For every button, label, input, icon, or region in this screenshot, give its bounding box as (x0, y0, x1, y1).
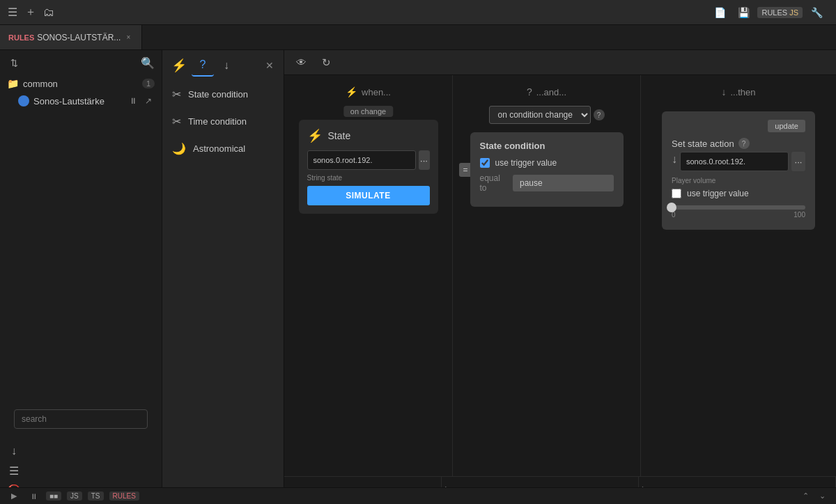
tab-label: SONOS-LAUTSTÄR... (37, 33, 121, 42)
folder-count: 1 (142, 79, 155, 88)
chevron-up-icon[interactable]: ⌃ (798, 489, 812, 503)
eye-icon[interactable]: 👁 (291, 53, 311, 72)
canvas-content: ⚡ when... on change ⚡ State (284, 75, 836, 476)
time-condition-icon: ✂ (172, 115, 181, 128)
tab-rules-icon: RULES (8, 33, 34, 42)
slider-max: 100 (794, 211, 805, 219)
status-pause-icon[interactable]: ⏸ (26, 489, 40, 503)
slider-thumb[interactable] (667, 203, 676, 212)
when-label: when... (362, 87, 391, 97)
save-icon[interactable]: 💾 (734, 3, 753, 22)
canvas: 👁 ↻ ⚡ when... on change ⚡ (284, 50, 836, 504)
state-card-title: ⚡ State (307, 128, 430, 143)
action-dots-button[interactable]: ··· (791, 152, 805, 171)
rules-label: RULES (761, 8, 787, 17)
tab-close-icon[interactable]: × (123, 33, 133, 42)
use-trigger-checkbox[interactable] (480, 158, 490, 168)
state-dots-button[interactable]: ··· (419, 150, 430, 170)
right-toolbar: 📄 💾 RULES JS 🔧 (710, 3, 830, 22)
update-button[interactable]: update (768, 120, 805, 132)
tab-bar: RULES SONOS-LAUTSTÄR... × (0, 25, 836, 50)
action-trigger-checkbox[interactable] (672, 189, 681, 198)
then-label: ...then (730, 87, 755, 97)
equal-to-row: equal to (480, 173, 614, 193)
sidebar-item-label: Sonos-Lautstärke (33, 96, 104, 107)
and-icon: ? (527, 86, 532, 97)
menu-icon[interactable]: ☰ (6, 6, 20, 19)
rules-tab[interactable]: RULES SONOS-LAUTSTÄR... × (0, 25, 142, 49)
sidebar-folder-common[interactable]: 📁 common 1 (0, 75, 162, 92)
and-header: ? ...and... (527, 86, 566, 97)
picker-tabs: ⚡ ? ↓ ✕ (162, 50, 284, 81)
action-card-header: update (672, 120, 805, 132)
picker-close-button[interactable]: ✕ (261, 57, 278, 74)
download-bottom-icon[interactable]: ↓ (7, 444, 21, 458)
sidebar-item-sonos[interactable]: Sonos-Lautstärke ⏸ ↗ (0, 92, 162, 110)
picker-item-state-condition[interactable]: ✂ State condition (162, 81, 284, 108)
condition-picker-panel: ⚡ ? ↓ ✕ ✂ State condition ✂ Time conditi… (162, 50, 284, 504)
wrench-icon[interactable]: 🔧 (807, 3, 826, 22)
then-header: ↓ ...then (721, 86, 755, 97)
slider-labels: 0 100 (672, 211, 805, 219)
when-icon: ⚡ (346, 86, 357, 97)
chevron-down-icon[interactable]: ⌄ (815, 489, 829, 503)
picker-item-time-condition[interactable]: ✂ Time condition (162, 108, 284, 135)
list-icon[interactable]: ☰ (7, 464, 21, 478)
slider-container: 0 100 (672, 205, 805, 219)
sidebar-search-icon[interactable]: 🔍 (141, 56, 155, 70)
rule-columns: ⚡ when... on change ⚡ State (284, 75, 836, 476)
status-badge-blockly[interactable]: ■■ (46, 491, 61, 501)
status-play-icon[interactable]: ▶ (7, 489, 21, 503)
condition-card-wrapper: = State condition use trigger value equa… (470, 132, 624, 207)
action-title-text: Set state action (672, 139, 734, 149)
use-trigger-row: use trigger value (480, 158, 614, 168)
slider-track (672, 205, 805, 210)
sonos-icon (18, 95, 29, 107)
status-badge-ts[interactable]: TS (88, 491, 104, 501)
refresh-icon[interactable]: ↻ (316, 53, 336, 72)
canvas-toolbar: 👁 ↻ (284, 50, 836, 75)
rules-badge[interactable]: RULES JS (757, 7, 803, 18)
status-bar: ▶ ⏸ ■■ JS TS RULES ⌃ ⌄ (0, 487, 836, 504)
use-trigger-label: use trigger value (495, 158, 557, 168)
arrow-updown-icon[interactable]: ⇅ (7, 56, 21, 70)
then-icon: ↓ (721, 86, 726, 97)
action-trigger-row: use trigger value (672, 189, 805, 198)
status-expand: ⌃ ⌄ (798, 489, 829, 503)
player-volume-label: Player volume (672, 177, 805, 184)
pause-icon[interactable]: ⏸ (127, 95, 139, 107)
and-dropdown[interactable]: on condition change (489, 106, 591, 124)
picker-item-astronomical[interactable]: 🌙 Astronomical (162, 135, 284, 162)
action-download-icon: ↓ (672, 153, 677, 171)
action-help-icon[interactable]: ? (738, 138, 750, 149)
state-value-input[interactable] (307, 150, 416, 170)
astronomical-icon: 🌙 (172, 142, 186, 155)
picker-tab-trigger[interactable]: ⚡ (168, 54, 190, 77)
condition-card-title: State condition (480, 141, 614, 151)
status-badge-js[interactable]: JS (67, 491, 82, 501)
action-state-input[interactable] (680, 152, 789, 171)
help-icon[interactable]: ? (594, 109, 605, 120)
sidebar-item-actions: ⏸ ↗ (127, 95, 155, 107)
folder-add-icon[interactable]: 🗂 (42, 6, 56, 19)
export-icon[interactable]: ↗ (142, 95, 155, 107)
folder-label: common (23, 79, 58, 89)
add-icon[interactable]: ＋ (24, 6, 38, 19)
file-icon[interactable]: 📄 (710, 3, 729, 22)
picker-tab-action[interactable]: ↓ (215, 54, 238, 77)
state-title-text: State (328, 130, 351, 141)
status-icons: ▶ ⏸ ■■ JS TS RULES (7, 489, 139, 503)
picker-tab-condition[interactable]: ? (192, 54, 214, 77)
astronomical-label: Astronomical (193, 143, 245, 154)
state-input-row: ··· (307, 150, 430, 170)
state-card-wrapper: on change ⚡ State ··· String state (299, 120, 438, 214)
sidebar-search-input[interactable] (14, 409, 148, 429)
condition-value-input[interactable] (513, 175, 614, 191)
equal-to-label: equal to (480, 173, 504, 193)
when-header: ⚡ when... (346, 86, 391, 97)
on-change-label: on change (343, 106, 393, 117)
simulate-button[interactable]: SIMULATE (307, 186, 430, 205)
top-bar: ☰ ＋ 🗂 📄 💾 RULES JS 🔧 (0, 0, 836, 25)
action-state-row: ↓ ··· (672, 152, 805, 171)
status-badge-rules[interactable]: RULES (109, 491, 139, 501)
